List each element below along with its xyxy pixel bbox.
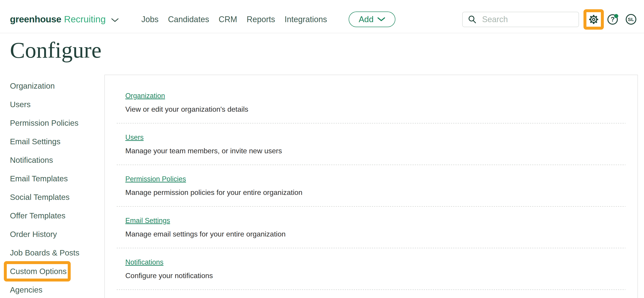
sidebar-item-custom-options[interactable]: Custom Options	[0, 262, 104, 280]
sidebar-item-email-settings[interactable]: Email Settings	[0, 132, 104, 151]
configure-section-row: Users Manage your team members, or invit…	[105, 123, 638, 165]
section-link-notifications[interactable]: Notifications	[125, 258, 164, 266]
section-description: Configure your notifications	[125, 271, 638, 280]
configure-section-row: Permission Policies Manage permission po…	[105, 165, 638, 206]
main-nav: JobsCandidatesCRMReportsIntegrations	[141, 15, 327, 24]
configure-sidebar: Organization Users Permission Policies E…	[0, 75, 104, 298]
sidebar-item-users[interactable]: Users	[0, 95, 104, 114]
sidebar-item-notifications[interactable]: Notifications	[0, 151, 104, 169]
section-link-users[interactable]: Users	[125, 133, 144, 141]
nav-item-integrations[interactable]: Integrations	[284, 15, 327, 24]
gear-icon[interactable]	[588, 14, 599, 25]
sidebar-item-social-templates[interactable]: Social Templates	[0, 188, 104, 206]
search-input[interactable]	[482, 15, 568, 25]
section-description: Manage your team members, or invite new …	[125, 146, 638, 155]
notification-dot-badge	[614, 14, 618, 18]
page-title: Configure	[10, 38, 644, 63]
sidebar-item-email-templates[interactable]: Email Templates	[0, 169, 104, 188]
nav-item-jobs[interactable]: Jobs	[141, 15, 158, 24]
top-navigation-bar: greenhouse Recruiting JobsCandidatesCRMR…	[0, 0, 644, 33]
avatar[interactable]: SL	[626, 14, 636, 25]
add-button-label: Add	[358, 15, 374, 24]
help-question-mark: ?	[610, 16, 615, 23]
section-description: View or edit your organization's details	[125, 105, 638, 114]
nav-item-reports[interactable]: Reports	[246, 15, 275, 24]
nav-item-crm[interactable]: CRM	[218, 15, 237, 24]
greenhouse-logo[interactable]: greenhouse Recruiting	[10, 14, 119, 25]
logo-product-name: Recruiting	[64, 14, 106, 25]
configure-content: Organization Users Permission Policies E…	[0, 75, 644, 298]
logo-wordmark: greenhouse	[10, 14, 61, 25]
nav-item-candidates[interactable]: Candidates	[168, 15, 209, 24]
search-box[interactable]	[462, 12, 579, 27]
section-description: Manage permission policies for your enti…	[125, 188, 638, 197]
section-link-email-settings[interactable]: Email Settings	[125, 217, 170, 225]
sidebar-item-organization[interactable]: Organization	[0, 77, 104, 95]
chevron-down-icon	[377, 17, 386, 22]
add-button[interactable]: Add	[349, 12, 396, 27]
sidebar-item-permission-policies[interactable]: Permission Policies	[0, 114, 104, 132]
help-icon[interactable]: ?	[608, 14, 618, 25]
settings-annotation-highlight	[584, 9, 604, 30]
sidebar-item-order-history[interactable]: Order History	[0, 225, 104, 243]
section-link-permission-policies[interactable]: Permission Policies	[125, 175, 186, 183]
sidebar-item-job-boards-posts[interactable]: Job Boards & Posts	[0, 243, 104, 262]
section-description: Manage email settings for your entire or…	[125, 229, 638, 239]
sidebar-item-offer-templates[interactable]: Offer Templates	[0, 206, 104, 225]
configure-section-row: Notifications Configure your notificatio…	[105, 248, 638, 289]
avatar-initials: SL	[628, 17, 634, 22]
configure-panel: Organization View or edit your organizat…	[104, 75, 638, 298]
chevron-down-icon	[111, 18, 119, 22]
sidebar-item-agencies[interactable]: Agencies	[0, 280, 104, 298]
search-icon	[468, 15, 477, 24]
configure-section-row: Organization View or edit your organizat…	[105, 82, 638, 123]
section-link-organization[interactable]: Organization	[125, 92, 165, 100]
dashed-divider	[117, 289, 626, 290]
configure-section-row: Email Settings Manage email settings for…	[105, 207, 638, 248]
